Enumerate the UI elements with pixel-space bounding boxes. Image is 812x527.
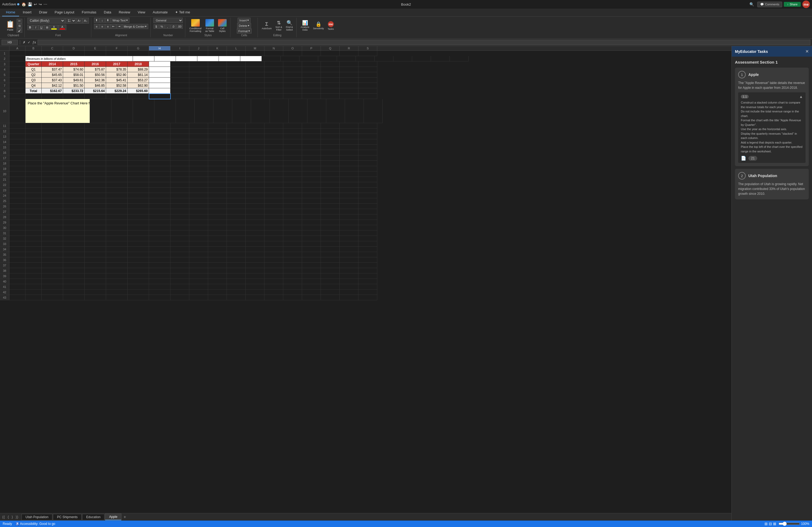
cell-F17[interactable] xyxy=(106,155,128,161)
add-sheet-button[interactable]: + xyxy=(122,514,128,520)
cell-S4[interactable] xyxy=(359,67,377,72)
cell-A35[interactable] xyxy=(10,252,26,257)
cell-F13[interactable] xyxy=(106,134,128,139)
cell-S31[interactable] xyxy=(359,230,377,236)
cell-M7[interactable] xyxy=(246,83,264,88)
cell-E2[interactable] xyxy=(176,56,197,61)
fill-color-button[interactable]: A xyxy=(50,25,58,30)
cell-M23[interactable] xyxy=(246,187,264,193)
tab-data[interactable]: Data xyxy=(100,9,115,16)
cell-I39[interactable] xyxy=(171,273,189,279)
cell-Q20[interactable] xyxy=(321,171,340,177)
font-color-button[interactable]: A xyxy=(58,25,66,30)
cell-E12[interactable] xyxy=(85,129,106,134)
cell-H32[interactable] xyxy=(149,236,171,241)
cell-R16[interactable] xyxy=(340,150,359,155)
row-num-37[interactable]: 37 xyxy=(0,263,10,268)
cell-H4[interactable] xyxy=(149,67,171,72)
cell-B11[interactable] xyxy=(26,123,42,129)
cell-G18[interactable] xyxy=(128,161,149,166)
borders-button[interactable]: ⊞ xyxy=(44,25,50,30)
cell-R28[interactable] xyxy=(340,214,359,220)
cell-C4[interactable]: $37.47 xyxy=(42,67,63,72)
cell-L15[interactable] xyxy=(227,145,246,150)
wrap-text-button[interactable]: Wrap Text ▾ xyxy=(111,18,129,23)
cell-G23[interactable] xyxy=(128,187,149,193)
cell-F33[interactable] xyxy=(106,241,128,246)
cell-J39[interactable] xyxy=(189,273,208,279)
cell-E29[interactable] xyxy=(85,220,106,225)
side-panel-close-button[interactable]: ✕ xyxy=(805,49,809,54)
cell-A23[interactable] xyxy=(10,187,26,193)
col-header-E[interactable]: E xyxy=(85,46,106,50)
cell-B21[interactable] xyxy=(26,177,42,182)
cell-R39[interactable] xyxy=(340,273,359,279)
cell-E36[interactable] xyxy=(85,257,106,263)
cell-J42[interactable] xyxy=(189,289,208,295)
cell-C33[interactable] xyxy=(42,241,63,246)
cell-K8[interactable] xyxy=(208,88,227,94)
cell-R22[interactable] xyxy=(340,182,359,187)
cell-M9[interactable] xyxy=(246,94,264,99)
cell-I41[interactable] xyxy=(171,284,189,289)
cell-A16[interactable] xyxy=(10,150,26,155)
cell-B33[interactable] xyxy=(26,241,42,246)
underline-button[interactable]: U xyxy=(39,25,44,30)
cell-C2[interactable] xyxy=(133,56,155,61)
cell-I33[interactable] xyxy=(171,241,189,246)
cell-P26[interactable] xyxy=(302,204,321,209)
cell-G34[interactable] xyxy=(128,246,149,252)
col-header-J[interactable]: J xyxy=(189,46,208,50)
page-layout-view-icon[interactable]: ⊟ xyxy=(769,522,772,526)
sheet-tab-education[interactable]: Education xyxy=(82,514,104,520)
cell-R25[interactable] xyxy=(340,198,359,204)
cell-M36[interactable] xyxy=(246,257,264,263)
cell-P38[interactable] xyxy=(302,268,321,273)
paste-button[interactable]: 📋 Paste xyxy=(4,19,16,32)
cell-K25[interactable] xyxy=(208,198,227,204)
cell-F42[interactable] xyxy=(106,289,128,295)
cell-A33[interactable] xyxy=(10,241,26,246)
cell-B32[interactable] xyxy=(26,236,42,241)
tab-next-button[interactable]: ⟩ xyxy=(11,514,14,520)
cell-M10[interactable] xyxy=(251,99,270,123)
cell-J37[interactable] xyxy=(189,263,208,268)
normal-view-icon[interactable]: ⊞ xyxy=(765,522,768,526)
cell-H9[interactable] xyxy=(149,94,171,99)
cell-E30[interactable] xyxy=(85,225,106,230)
cell-L20[interactable] xyxy=(227,171,246,177)
cell-O27[interactable] xyxy=(283,209,302,214)
cell-C7[interactable]: $42.12 xyxy=(42,83,63,88)
redo-icon[interactable]: ↪ xyxy=(39,2,42,6)
cell-C19[interactable] xyxy=(42,166,63,171)
cell-O38[interactable] xyxy=(283,268,302,273)
cell-O5[interactable] xyxy=(283,72,302,77)
cell-R14[interactable] xyxy=(340,139,359,145)
cell-D37[interactable] xyxy=(63,263,85,268)
cell-N41[interactable] xyxy=(264,284,283,289)
cell-C12[interactable] xyxy=(42,129,63,134)
cell-C1[interactable] xyxy=(42,51,63,56)
cell-B30[interactable] xyxy=(26,225,42,230)
cell-K13[interactable] xyxy=(208,134,227,139)
cell-O41[interactable] xyxy=(283,284,302,289)
cell-F38[interactable] xyxy=(106,268,128,273)
cell-I10[interactable] xyxy=(176,99,195,123)
cell-H8[interactable] xyxy=(149,88,171,94)
cell-C28[interactable] xyxy=(42,214,63,220)
cell-I5[interactable] xyxy=(171,72,189,77)
cell-L4[interactable] xyxy=(227,67,246,72)
cell-G4[interactable]: $88.29 xyxy=(128,67,149,72)
cell-J22[interactable] xyxy=(189,182,208,187)
cell-J25[interactable] xyxy=(189,198,208,204)
cell-A3[interactable] xyxy=(10,61,26,67)
cell-D17[interactable] xyxy=(63,155,85,161)
cell-D7[interactable]: $51.50 xyxy=(63,83,85,88)
cell-J10[interactable] xyxy=(195,99,214,123)
cell-K29[interactable] xyxy=(208,220,227,225)
cell-G33[interactable] xyxy=(128,241,149,246)
cell-I28[interactable] xyxy=(171,214,189,220)
cell-P18[interactable] xyxy=(302,161,321,166)
cell-I13[interactable] xyxy=(171,134,189,139)
row-num-14[interactable]: 14 xyxy=(0,139,10,145)
